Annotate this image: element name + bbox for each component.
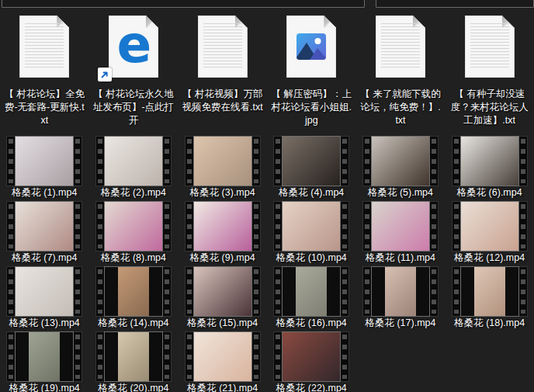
video-filmstrip-icon <box>274 202 348 251</box>
video-name-label: 格桑花 (19).mp4 <box>1 382 88 392</box>
video-thumbnail <box>283 137 340 186</box>
video-item[interactable]: 格桑花 (21).mp4 <box>178 329 267 392</box>
video-thumbnail <box>105 332 162 381</box>
video-item[interactable]: 格桑花 (14).mp4 <box>89 264 179 329</box>
file-name-label: 【 解压密码】：上村花论坛看小姐姐.jpg <box>270 88 352 127</box>
video-thumbnail <box>283 332 340 381</box>
text-document-icon <box>198 16 248 78</box>
video-name-label: 格桑花 (14).mp4 <box>90 317 177 329</box>
video-filmstrip-icon <box>274 332 348 381</box>
video-item[interactable]: 格桑花 (1).mp4 <box>0 134 89 199</box>
video-filmstrip-icon <box>7 202 81 251</box>
video-item[interactable]: 格桑花 (6).mp4 <box>445 134 534 199</box>
text-lines <box>470 23 509 69</box>
video-thumbnail <box>16 137 73 186</box>
video-item[interactable]: 格桑花 (16).mp4 <box>267 264 356 329</box>
text-document-icon <box>376 16 425 78</box>
video-thumbnail <box>372 202 429 251</box>
video-item[interactable]: 格桑花 (17).mp4 <box>356 264 446 329</box>
text-lines <box>381 23 420 69</box>
edge-browser-icon: e <box>109 16 158 78</box>
video-item[interactable]: 格桑花 (5).mp4 <box>356 134 446 199</box>
video-item[interactable]: 格桑花 (19).mp4 <box>0 329 89 392</box>
video-item[interactable]: 格桑花 (22).mp4 <box>267 329 356 392</box>
video-thumbnail <box>194 332 251 381</box>
video-filmstrip-icon <box>96 332 171 381</box>
video-item[interactable]: 格桑花 (15).mp4 <box>178 264 267 329</box>
video-item[interactable]: 格桑花 (8).mp4 <box>89 199 179 264</box>
video-filmstrip-icon <box>274 267 348 316</box>
photo-glyph-icon <box>296 33 326 63</box>
video-thumbnail <box>16 332 73 381</box>
video-filmstrip-icon <box>96 202 171 251</box>
video-filmstrip-icon <box>363 267 438 316</box>
video-item[interactable]: 格桑花 (9).mp4 <box>178 199 267 264</box>
video-name-label: 格桑花 (16).mp4 <box>268 317 355 329</box>
shortcut-arrow-icon <box>98 68 112 82</box>
video-thumbnail <box>461 137 518 186</box>
video-name-label: 格桑花 (20).mp4 <box>90 382 177 392</box>
video-name-label: 格桑花 (7).mp4 <box>1 252 88 264</box>
file-item[interactable]: e【 村花论坛永久地址发布页】-点此打开 <box>89 6 179 134</box>
video-item[interactable]: 格桑花 (20).mp4 <box>89 329 179 392</box>
video-thumbnail-center <box>29 332 60 381</box>
file-item[interactable]: 【 解压密码】：上村花论坛看小姐姐.jpg <box>267 6 356 134</box>
video-thumbnail <box>372 137 429 186</box>
video-filmstrip-icon <box>363 202 438 251</box>
video-name-label: 格桑花 (15).mp4 <box>179 317 266 329</box>
video-filmstrip-icon <box>7 137 81 186</box>
video-name-label: 格桑花 (17).mp4 <box>357 317 444 329</box>
file-name-label: 【 村花视频】万部视频免费在线看.txt <box>182 88 264 114</box>
file-name-label: 【 有种子却没速度？来村花论坛人工加速】.txt <box>449 88 531 127</box>
video-thumbnail <box>16 267 73 316</box>
video-name-label: 格桑花 (13).mp4 <box>1 317 88 329</box>
text-document-icon <box>465 16 515 78</box>
video-filmstrip-icon <box>186 137 260 186</box>
video-filmstrip-icon <box>96 267 171 316</box>
video-name-label: 格桑花 (4).mp4 <box>268 186 355 199</box>
video-item[interactable]: 格桑花 (11).mp4 <box>356 199 446 264</box>
video-thumbnail <box>105 202 162 251</box>
video-thumbnail <box>16 202 73 251</box>
video-thumbnail <box>194 267 251 316</box>
video-item[interactable]: 格桑花 (13).mp4 <box>0 264 89 329</box>
video-thumbnail <box>194 202 251 251</box>
video-thumbnail <box>461 202 518 251</box>
video-thumbnail-center <box>118 332 149 381</box>
video-item[interactable]: 格桑花 (12).mp4 <box>445 199 534 264</box>
video-name-label: 格桑花 (10).mp4 <box>268 252 355 264</box>
video-filmstrip-icon <box>363 137 438 186</box>
video-name-label: 格桑花 (5).mp4 <box>357 186 444 199</box>
video-name-label: 格桑花 (12).mp4 <box>446 252 533 264</box>
svg-text:e: e <box>117 16 152 75</box>
video-thumbnail <box>283 267 340 316</box>
file-name-label: 【 村花论坛】全免费-无套路-更新快.txt <box>3 88 85 127</box>
video-thumbnail <box>461 267 518 316</box>
video-item[interactable]: 格桑花 (10).mp4 <box>267 199 356 264</box>
page-fold-corner <box>324 16 336 28</box>
video-name-label: 格桑花 (2).mp4 <box>90 186 177 199</box>
video-name-label: 格桑花 (21).mp4 <box>179 382 266 392</box>
video-filmstrip-icon <box>274 137 348 186</box>
file-name-label: 【 来了就能下载的论坛，纯免费！】.txt <box>359 88 442 127</box>
video-filmstrip-icon <box>7 267 81 316</box>
video-item[interactable]: 格桑花 (2).mp4 <box>89 134 179 199</box>
video-name-label: 格桑花 (9).mp4 <box>179 252 266 264</box>
text-document-icon <box>19 16 69 78</box>
video-thumbnail-center <box>474 267 505 316</box>
video-thumbnail <box>105 267 162 316</box>
video-filmstrip-icon <box>453 202 527 251</box>
video-name-label: 格桑花 (1).mp4 <box>1 186 88 199</box>
video-item[interactable]: 格桑花 (4).mp4 <box>267 134 356 199</box>
file-name-label: 【 村花论坛永久地址发布页】-点此打开 <box>92 88 175 127</box>
video-item[interactable]: 格桑花 (18).mp4 <box>445 264 534 329</box>
folder-content-area: 【 村花论坛】全免费-无套路-更新快.txte【 村花论坛永久地址发布页】-点此… <box>0 6 534 392</box>
video-item[interactable]: 格桑花 (3).mp4 <box>178 134 267 199</box>
video-item[interactable]: 格桑花 (7).mp4 <box>0 199 89 264</box>
file-item[interactable]: 【 有种子却没速度？来村花论坛人工加速】.txt <box>445 6 534 134</box>
file-item[interactable]: 【 村花论坛】全免费-无套路-更新快.txt <box>0 6 89 134</box>
file-item[interactable]: 【 来了就能下载的论坛，纯免费！】.txt <box>356 6 446 134</box>
text-lines <box>203 23 242 69</box>
video-name-label: 格桑花 (6).mp4 <box>446 186 533 199</box>
file-item[interactable]: 【 村花视频】万部视频免费在线看.txt <box>178 6 267 134</box>
